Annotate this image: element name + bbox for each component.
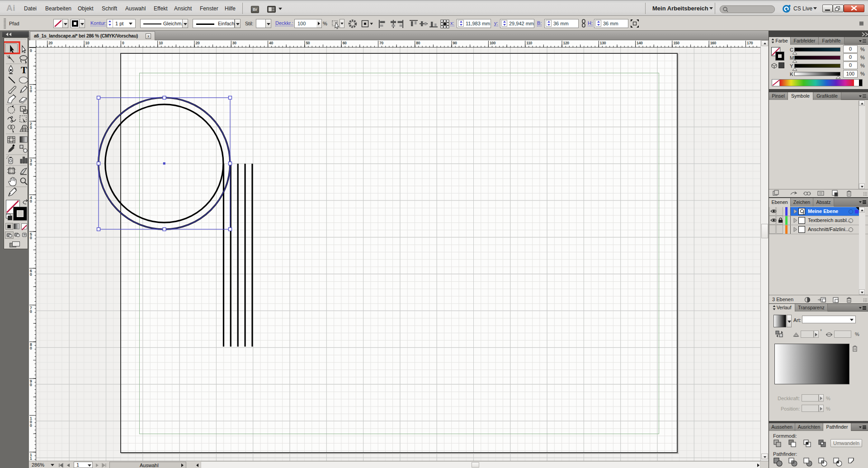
svg-text:T: T: [21, 65, 27, 76]
